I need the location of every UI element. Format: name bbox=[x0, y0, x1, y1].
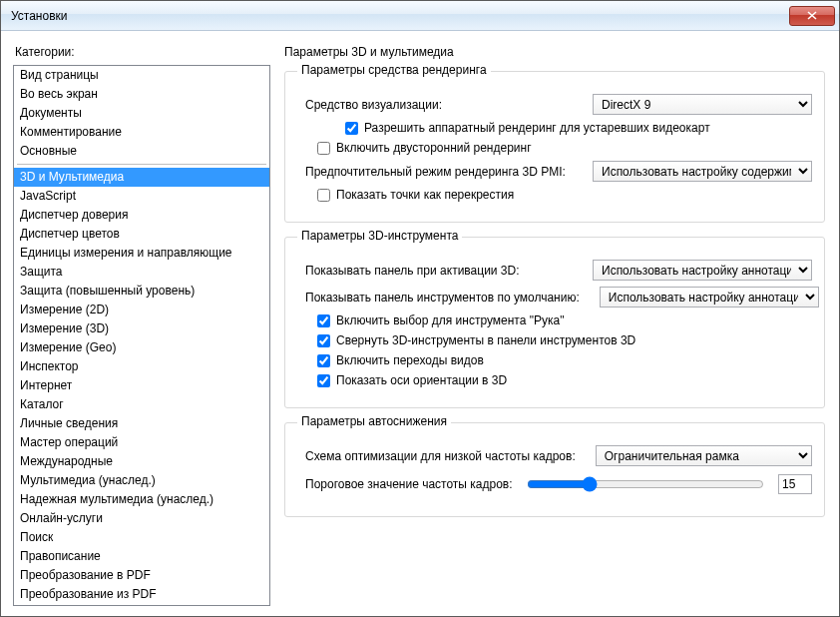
hand-select-label: Включить выбор для инструмента "Рука" bbox=[336, 313, 564, 327]
rendering-group-title: Параметры средства рендеринга bbox=[297, 63, 491, 77]
category-item[interactable]: Инспектор bbox=[14, 357, 269, 376]
panel-activate-label: Показывать панель при активации 3D: bbox=[305, 264, 520, 278]
crosshair-label: Показать точки как перекрестия bbox=[336, 188, 514, 202]
category-item[interactable]: Личные сведения bbox=[14, 414, 269, 433]
category-item[interactable]: Диспетчер цветов bbox=[14, 225, 269, 244]
category-item[interactable]: Мастер операций bbox=[14, 433, 269, 452]
category-item[interactable]: Каталог bbox=[14, 395, 269, 414]
transitions-checkbox[interactable] bbox=[317, 354, 330, 367]
hw-legacy-label: Разрешить аппаратный рендеринг для устар… bbox=[364, 121, 710, 135]
crosshair-checkbox[interactable] bbox=[317, 189, 330, 202]
pmi-label: Предпочтительный режим рендеринга 3D PMI… bbox=[305, 165, 566, 179]
category-item[interactable]: Правописание bbox=[14, 547, 269, 566]
category-item[interactable]: Измерение (2D) bbox=[14, 301, 269, 319]
settings-panel: Параметры 3D и мультимедиа Параметры сре… bbox=[284, 41, 827, 606]
visualizer-combo[interactable]: DirectX 9 bbox=[593, 94, 812, 115]
scheme-combo[interactable]: Ограничительная рамка bbox=[596, 445, 812, 466]
preferences-window: Установки Категории: Вид страницыВо весь… bbox=[0, 0, 840, 617]
category-item[interactable]: Диспетчер доверия bbox=[14, 206, 269, 225]
category-item[interactable]: Мультимедиа (унаслед.) bbox=[14, 471, 269, 490]
category-item[interactable]: Международные bbox=[14, 452, 269, 471]
category-item[interactable]: 3D и Мультимедиа bbox=[14, 168, 269, 187]
axes-label: Показать оси ориентации в 3D bbox=[336, 373, 507, 387]
category-item[interactable]: Защита bbox=[14, 263, 269, 282]
tool-group: Параметры 3D-инструмента Показывать пане… bbox=[284, 237, 825, 408]
scheme-label: Схема оптимизации для низкой частоты кад… bbox=[305, 449, 576, 463]
double-sided-label: Включить двусторонний рендеринг bbox=[336, 141, 532, 155]
tool-group-title: Параметры 3D-инструмента bbox=[297, 229, 462, 243]
rendering-group: Параметры средства рендеринга Средство в… bbox=[284, 71, 825, 223]
category-item[interactable]: Интернет bbox=[14, 376, 269, 395]
category-item[interactable]: Документы bbox=[14, 104, 269, 123]
double-sided-checkbox[interactable] bbox=[317, 142, 330, 155]
category-item[interactable]: Комментирование bbox=[14, 123, 269, 142]
autodegrade-group: Параметры автоснижения Схема оптимизации… bbox=[284, 422, 825, 517]
axes-checkbox[interactable] bbox=[317, 374, 330, 387]
content-area: Категории: Вид страницыВо весь экранДоку… bbox=[1, 31, 839, 616]
threshold-label: Пороговое значение частоты кадров: bbox=[305, 477, 513, 491]
category-item[interactable]: Единицы измерения и направляющие bbox=[14, 244, 269, 263]
transitions-label: Включить переходы видов bbox=[336, 353, 484, 367]
category-item[interactable]: Преобразование из PDF bbox=[14, 585, 269, 604]
close-icon bbox=[807, 11, 817, 20]
category-item[interactable]: JavaScript bbox=[14, 187, 269, 206]
hw-legacy-checkbox[interactable] bbox=[345, 122, 358, 135]
category-separator bbox=[17, 164, 266, 165]
category-item[interactable]: Основные bbox=[14, 142, 269, 161]
autodegrade-group-title: Параметры автоснижения bbox=[297, 414, 451, 428]
category-item[interactable]: Измерение (3D) bbox=[14, 319, 269, 338]
window-title: Установки bbox=[11, 9, 67, 23]
categories-label: Категории: bbox=[15, 45, 270, 59]
category-item[interactable]: Онлайн-услуги bbox=[14, 509, 269, 528]
category-item[interactable]: Поиск bbox=[14, 528, 269, 547]
default-toolbar-label: Показывать панель инструментов по умолча… bbox=[305, 291, 580, 305]
category-item[interactable]: Во весь экран bbox=[14, 85, 269, 104]
threshold-slider[interactable] bbox=[527, 474, 764, 494]
category-item[interactable]: Вид страницы bbox=[14, 66, 269, 85]
pmi-combo[interactable]: Использовать настройку содержимого bbox=[593, 161, 812, 182]
category-item[interactable]: Защита (повышенный уровень) bbox=[14, 282, 269, 301]
close-button[interactable] bbox=[789, 6, 835, 26]
titlebar: Установки bbox=[1, 1, 839, 31]
collapse-checkbox[interactable] bbox=[317, 334, 330, 347]
category-item[interactable]: Надежная мультимедиа (унаслед.) bbox=[14, 490, 269, 509]
hand-select-checkbox[interactable] bbox=[317, 314, 330, 327]
default-toolbar-combo[interactable]: Использовать настройку аннотаций bbox=[600, 287, 819, 308]
page-title: Параметры 3D и мультимедиа bbox=[284, 45, 825, 59]
categories-listbox[interactable]: Вид страницыВо весь экранДокументыКоммен… bbox=[13, 65, 270, 606]
visualizer-label: Средство визуализации: bbox=[305, 98, 442, 112]
categories-panel: Категории: Вид страницыВо весь экранДоку… bbox=[13, 41, 270, 606]
panel-activate-combo[interactable]: Использовать настройку аннотаций bbox=[593, 260, 812, 281]
category-item[interactable]: Преобразование в PDF bbox=[14, 566, 269, 585]
collapse-label: Свернуть 3D-инструменты в панели инструм… bbox=[336, 333, 635, 347]
category-item[interactable]: Измерение (Geo) bbox=[14, 338, 269, 357]
threshold-input[interactable] bbox=[778, 474, 812, 494]
